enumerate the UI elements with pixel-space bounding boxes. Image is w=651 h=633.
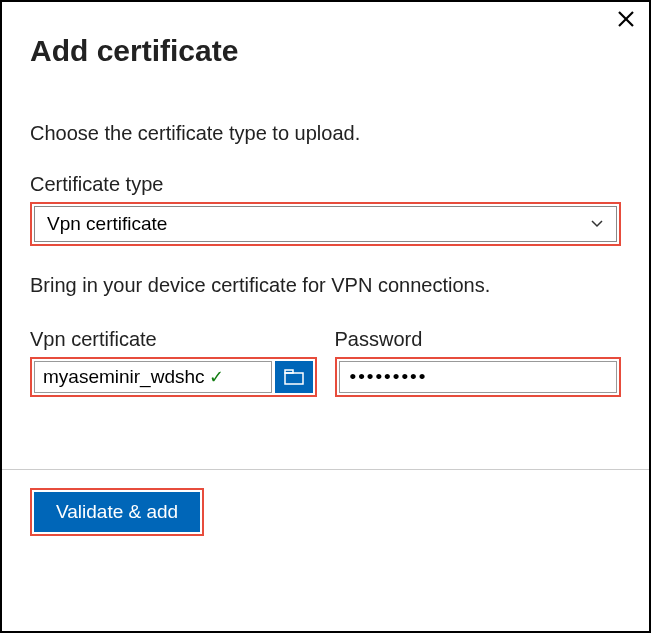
file-input[interactable]: myaseminir_wdshc ✓ (34, 361, 272, 393)
close-icon[interactable] (617, 10, 635, 32)
svg-rect-3 (285, 370, 293, 373)
certificate-type-label: Certificate type (30, 173, 621, 196)
instruction-text: Choose the certificate type to upload. (30, 122, 621, 145)
checkmark-icon: ✓ (209, 366, 224, 388)
certificate-type-select[interactable]: Vpn certificate (34, 206, 617, 242)
password-input[interactable] (339, 361, 618, 393)
password-label: Password (335, 328, 622, 351)
dialog-title: Add certificate (30, 34, 621, 68)
svg-rect-2 (285, 373, 303, 384)
chevron-down-icon (590, 219, 604, 229)
divider (2, 469, 649, 470)
file-input-value: myaseminir_wdshc (43, 366, 205, 388)
validate-add-button[interactable]: Validate & add (34, 492, 200, 532)
file-label: Vpn certificate (30, 328, 317, 351)
folder-icon (284, 369, 304, 385)
browse-button[interactable] (275, 361, 313, 393)
certificate-type-value: Vpn certificate (47, 213, 167, 235)
description-text: Bring in your device certificate for VPN… (30, 270, 621, 300)
